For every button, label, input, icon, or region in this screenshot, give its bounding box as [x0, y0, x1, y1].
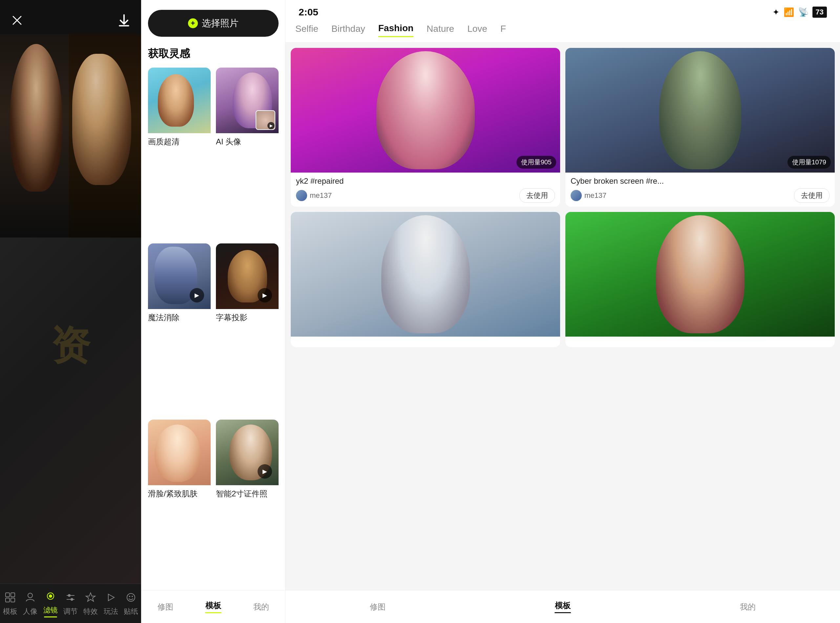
select-photo-button[interactable]: + 选择照片 — [148, 10, 279, 37]
p3-nav-mine-label: 我的 — [740, 602, 756, 612]
card-id-label: 智能2寸证件照 — [216, 485, 279, 501]
p3-nav-edit[interactable]: 修图 — [370, 602, 385, 612]
svg-point-7 — [28, 593, 32, 598]
p2-nav-mine[interactable]: 我的 — [253, 602, 269, 612]
nav-portrait[interactable]: 人像 — [23, 591, 37, 617]
adjust-icon — [64, 591, 77, 604]
close-icon[interactable] — [10, 13, 24, 28]
fashion-card-title-0: yk2 #repaired — [296, 176, 555, 186]
author-name-0: me137 — [310, 191, 332, 200]
p2-nav-edit-label: 修图 — [158, 602, 173, 612]
fashion-card-info-2 — [291, 337, 560, 347]
p3-nav-underline — [554, 612, 571, 613]
svg-point-16 — [129, 596, 130, 597]
fashion-card-info-1: Cyber broken screen #re... me137 去使用 — [565, 173, 835, 207]
panel3-bottom-nav: 修图 模板 我的 — [286, 590, 840, 623]
inspiration-grid: 画质超清 ▶ AI 头像 魔法消除 字幕投影 滑脸/紧致肌肤 — [141, 68, 285, 590]
card-magic-label: 魔法消除 — [148, 309, 210, 325]
p3-nav-template-label: 模板 — [555, 600, 571, 611]
fashion-card-info-3 — [565, 337, 835, 347]
nav-template-label: 模板 — [3, 607, 17, 617]
author-avatar-0 — [296, 190, 307, 201]
play-icon — [104, 591, 117, 604]
p2-nav-template-label: 模板 — [206, 600, 221, 611]
nav-play[interactable]: 玩法 — [104, 591, 118, 617]
nav-effects-label: 特效 — [83, 607, 98, 617]
nav-adjust-label: 调节 — [63, 607, 78, 617]
p2-nav-edit[interactable]: 修图 — [158, 602, 173, 612]
panel2-bottom-nav: 修图 模板 我的 — [141, 590, 285, 623]
cat-nature[interactable]: Nature — [427, 24, 454, 37]
use-button-0[interactable]: 去使用 — [519, 188, 555, 203]
portrait-icon — [24, 591, 37, 604]
effects-icon — [84, 591, 97, 604]
nav-filter-label: 滤镜 — [43, 605, 58, 615]
fashion-grid: 使用量905 yk2 #repaired me137 去使用 使用量 — [291, 48, 835, 347]
fashion-card-meta-1: me137 去使用 — [571, 188, 829, 203]
cat-more[interactable]: F — [501, 24, 506, 37]
author-0: me137 — [296, 190, 332, 201]
card-hd-image — [148, 68, 210, 133]
fashion-card-img-1: 使用量1079 — [565, 48, 835, 173]
card-skincare-image — [148, 420, 210, 485]
svg-point-15 — [127, 594, 135, 602]
cat-birthday[interactable]: Birthday — [332, 24, 365, 37]
fashion-card-meta-0: me137 去使用 — [296, 188, 555, 203]
use-button-1[interactable]: 去使用 — [794, 188, 829, 203]
usage-badge-1: 使用量1079 — [788, 156, 831, 169]
fashion-card-1[interactable]: 使用量1079 Cyber broken screen #re... me137… — [565, 48, 835, 207]
cat-love[interactable]: Love — [467, 24, 487, 37]
category-tabs: Selfie Birthday Fashion Nature Love F — [286, 18, 840, 43]
editor-bottom-nav: 模板 人像 滤镜 — [0, 584, 141, 623]
card-id-photo[interactable]: 智能2寸证件照 — [216, 420, 279, 590]
fashion-card-0[interactable]: 使用量905 yk2 #repaired me137 去使用 — [291, 48, 560, 207]
select-photo-label: 选择照片 — [202, 17, 238, 29]
fashion-card-3[interactable] — [565, 212, 835, 347]
card-ai-image: ▶ — [216, 68, 279, 133]
author-avatar-1 — [571, 190, 582, 201]
svg-rect-5 — [6, 598, 9, 602]
card-magic-erase[interactable]: 魔法消除 — [148, 243, 210, 414]
download-icon[interactable] — [117, 13, 131, 28]
p3-nav-mine[interactable]: 我的 — [740, 602, 756, 612]
photo-editor-panel: 资 热门 NEW 质感 美食 复古 胶片 高级编辑 冷白皮 原版 花椿 — [0, 0, 141, 623]
status-icons: ✦ 📶 📡 73 — [772, 6, 827, 18]
nav-filter[interactable]: 滤镜 — [43, 589, 58, 617]
card-hd[interactable]: 画质超清 — [148, 68, 210, 238]
status-time: 2:05 — [299, 6, 318, 18]
fashion-card-info-0: yk2 #repaired me137 去使用 — [291, 173, 560, 207]
card-skincare-label: 滑脸/紧致肌肤 — [148, 485, 210, 501]
nav-effects[interactable]: 特效 — [83, 591, 98, 617]
card-subtitle[interactable]: 字幕投影 — [216, 243, 279, 414]
svg-point-13 — [71, 598, 73, 601]
editor-header — [0, 0, 141, 34]
girl-photo-right — [69, 34, 141, 238]
filter-nav-underline — [44, 617, 57, 617]
card-ai-avatar[interactable]: ▶ AI 头像 — [216, 68, 279, 238]
battery-icon: 73 — [812, 6, 827, 18]
face-thumb: ▶ — [256, 110, 275, 130]
fashion-card-img-0: 使用量905 — [291, 48, 560, 173]
nav-portrait-label: 人像 — [23, 607, 37, 617]
p3-nav-template[interactable]: 模板 — [554, 600, 571, 613]
nav-play-label: 玩法 — [104, 607, 118, 617]
wifi-icon: 📡 — [798, 7, 808, 17]
nav-adjust[interactable]: 调节 — [63, 591, 78, 617]
sticker-icon — [124, 591, 137, 604]
p2-nav-template[interactable]: 模板 — [205, 600, 221, 613]
inspiration-panel: + 选择照片 获取灵感 画质超清 ▶ AI 头像 魔法消除 字幕投影 — [141, 0, 286, 623]
card-ai-label: AI 头像 — [216, 133, 279, 149]
author-name-1: me137 — [584, 191, 607, 200]
p2-nav-underline — [205, 612, 221, 613]
cat-fashion[interactable]: Fashion — [378, 23, 413, 37]
svg-marker-14 — [86, 593, 95, 602]
fashion-content: 使用量905 yk2 #repaired me137 去使用 使用量 — [286, 43, 840, 590]
bluetooth-icon: ✦ — [772, 7, 780, 17]
nav-sticker[interactable]: 贴纸 — [124, 591, 138, 617]
svg-point-9 — [49, 594, 52, 598]
fashion-card-img-3 — [565, 212, 835, 337]
fashion-card-2[interactable] — [291, 212, 560, 347]
card-skincare[interactable]: 滑脸/紧致肌肤 — [148, 420, 210, 590]
nav-template[interactable]: 模板 — [3, 591, 17, 617]
cat-selfie[interactable]: Selfie — [295, 24, 318, 37]
